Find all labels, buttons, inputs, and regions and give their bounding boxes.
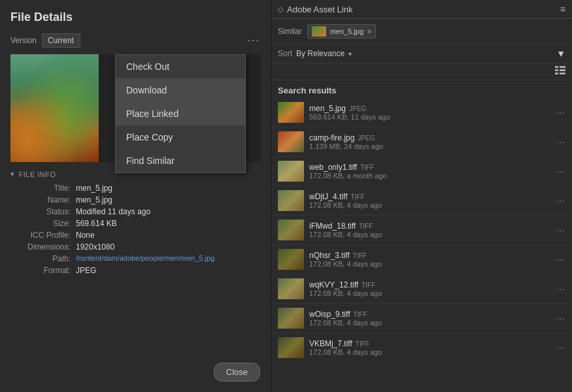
sort-row: Sort By Relevance ▾ ▼	[271, 44, 572, 63]
result-filename: wOisp_9.tiff TIFF	[309, 310, 550, 319]
result-type: TIFF	[356, 340, 369, 348]
filter-icon[interactable]: ▼	[556, 48, 565, 59]
result-info: wOisp_9.tiff TIFF 172.08 KB, 4 days ago	[309, 310, 550, 327]
result-filename: men_5.jpg JPEG	[309, 104, 550, 113]
result-thumbnail	[278, 337, 304, 358]
panel-title: File Details	[10, 10, 260, 24]
chip-filename: men_5.jpg	[330, 27, 363, 35]
result-item[interactable]: men_5.jpg JPEG 569.614 KB, 11 days ago ·…	[271, 98, 572, 127]
result-item[interactable]: wOisp_9.tiff TIFF 172.08 KB, 4 days ago …	[271, 304, 572, 333]
file-info-status-row: Status: Modified 11 days ago	[10, 207, 260, 216]
result-item[interactable]: camp-fire.jpg JPEG 1.139 MB, 24 days ago…	[271, 127, 572, 157]
result-filename: camp-fire.jpg JPEG	[309, 133, 550, 142]
result-meta: 172.08 KB, a month ago	[309, 172, 550, 180]
similar-chip: men_5.jpg ×	[307, 24, 377, 39]
file-info-dims-row: Dimensions: 1920x1080	[10, 242, 260, 252]
result-more-button[interactable]: ···	[556, 195, 565, 206]
result-more-button[interactable]: ···	[556, 284, 565, 294]
result-info: web_only1.tiff TIFF 172.08 KB, a month a…	[309, 163, 550, 180]
preview-area: Check Out Download Place Linked Place Co…	[10, 54, 260, 162]
result-info: iFMwd_18.tiff TIFF 172.08 KB, 4 days ago	[309, 221, 550, 238]
result-info: nQhsr_3.tiff TIFF 172.08 KB, 4 days ago	[309, 251, 550, 268]
result-item[interactable]: web_only1.tiff TIFF 172.08 KB, a month a…	[271, 157, 572, 186]
result-filename: nQhsr_3.tiff TIFF	[309, 251, 550, 260]
result-item[interactable]: wqKVY_12.tiff TIFF 172.08 KB, 4 days ago…	[271, 274, 572, 304]
chip-thumbnail	[312, 26, 326, 37]
result-more-button[interactable]: ···	[556, 137, 565, 147]
result-info: camp-fire.jpg JPEG 1.139 MB, 24 days ago	[309, 133, 550, 150]
result-type: TIFF	[362, 282, 375, 289]
result-type: TIFF	[360, 164, 374, 171]
result-info: men_5.jpg JPEG 569.614 KB, 11 days ago	[309, 104, 550, 121]
result-filename: web_only1.tiff TIFF	[309, 163, 550, 172]
panel-name: Adobe Asset Link	[287, 5, 556, 14]
result-item[interactable]: wDjtJ_4.tiff TIFF 172.08 KB, 4 days ago …	[271, 186, 572, 216]
result-type: TIFF	[353, 311, 367, 318]
result-meta: 172.08 KB, 4 days ago	[309, 201, 550, 209]
menu-item-find-similar[interactable]: Find Similar	[116, 149, 245, 172]
result-more-button[interactable]: ···	[556, 342, 565, 353]
result-thumbnail	[278, 131, 304, 152]
menu-item-download[interactable]: Download	[116, 78, 245, 102]
results-label: Search results	[271, 80, 572, 98]
svg-rect-4	[560, 69, 565, 71]
result-filename: wqKVY_12.tiff TIFF	[309, 280, 550, 289]
right-header: ◇ Adobe Asset Link ≡	[271, 0, 572, 19]
similar-label: Similar	[278, 27, 302, 36]
svg-rect-5	[560, 73, 565, 74]
result-info: VKBMj_7.tiff TIFF 172.08 KB, 4 days ago	[309, 339, 550, 356]
result-type: TIFF	[353, 252, 367, 259]
result-thumbnail	[278, 161, 304, 182]
result-meta: 569.614 KB, 11 days ago	[309, 113, 550, 121]
sort-chevron-icon[interactable]: ▾	[348, 50, 352, 57]
result-meta: 172.08 KB, 4 days ago	[309, 289, 550, 297]
result-item[interactable]: VKBMj_7.tiff TIFF 172.08 KB, 4 days ago …	[271, 333, 572, 363]
result-thumbnail	[278, 102, 304, 123]
result-meta: 172.08 KB, 4 days ago	[309, 319, 550, 327]
result-more-button[interactable]: ···	[556, 225, 565, 235]
menu-item-place-copy[interactable]: Place Copy	[116, 125, 245, 149]
result-thumbnail	[278, 308, 304, 329]
preview-image	[10, 54, 99, 162]
sort-label: Sort	[278, 49, 292, 58]
result-more-button[interactable]: ···	[556, 107, 565, 118]
result-more-button[interactable]: ···	[556, 254, 565, 265]
results-list: men_5.jpg JPEG 569.614 KB, 11 days ago ·…	[271, 98, 572, 392]
view-toggle-row	[271, 63, 572, 80]
result-meta: 172.08 KB, 4 days ago	[309, 231, 550, 238]
version-label: Version	[10, 36, 37, 45]
svg-rect-0	[555, 66, 558, 68]
chevron-down-icon: ▾	[10, 170, 15, 178]
similar-row: Similar men_5.jpg ×	[271, 19, 572, 44]
result-item[interactable]: nQhsr_3.tiff TIFF 172.08 KB, 4 days ago …	[271, 245, 572, 274]
result-thumbnail	[278, 190, 304, 211]
version-select[interactable]: Current	[42, 33, 80, 48]
version-row: Version Current ···	[10, 33, 260, 48]
result-more-button[interactable]: ···	[556, 166, 565, 176]
svg-rect-2	[555, 73, 558, 74]
result-info: wqKVY_12.tiff TIFF 172.08 KB, 4 days ago	[309, 280, 550, 297]
context-menu: Check Out Download Place Linked Place Co…	[115, 54, 246, 173]
file-info-size-row: Size: 569.614 KB	[10, 219, 260, 228]
result-item[interactable]: iFMwd_18.tiff TIFF 172.08 KB, 4 days ago…	[271, 216, 572, 245]
result-more-button[interactable]: ···	[556, 313, 565, 323]
svg-rect-1	[555, 69, 558, 71]
file-info-title-row: Title: men_5.jpg	[10, 184, 260, 193]
sort-controls: Sort By Relevance ▾	[278, 49, 352, 58]
file-info-name-row: Name: men_5.jpg	[10, 195, 260, 204]
panel-menu-button[interactable]: ≡	[560, 4, 565, 14]
result-thumbnail	[278, 278, 304, 299]
result-type: JPEG	[349, 105, 366, 112]
list-view-button[interactable]	[555, 66, 565, 77]
menu-item-checkout[interactable]: Check Out	[116, 55, 245, 78]
file-info-table: Title: men_5.jpg Name: men_5.jpg Status:…	[10, 184, 260, 275]
result-filename: iFMwd_18.tiff TIFF	[309, 221, 550, 231]
result-filename: wDjtJ_4.tiff TIFF	[309, 192, 550, 201]
close-button[interactable]: Close	[214, 363, 260, 382]
chip-close-button[interactable]: ×	[367, 27, 371, 35]
sort-value[interactable]: By Relevance	[296, 49, 345, 58]
menu-item-place-linked[interactable]: Place Linked	[116, 102, 245, 125]
result-filename: VKBMj_7.tiff TIFF	[309, 339, 550, 348]
more-options-button[interactable]: ···	[248, 35, 260, 46]
svg-rect-3	[560, 66, 565, 68]
